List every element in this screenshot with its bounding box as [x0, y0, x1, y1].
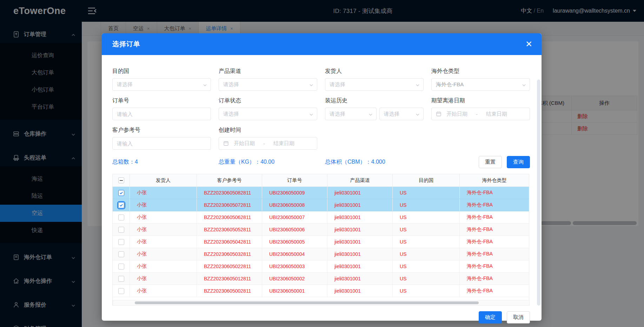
customer-ref-input-wrap: [112, 137, 211, 150]
warehouse-type-select[interactable]: 海外仓-FBA: [431, 78, 530, 91]
totals-row: 总箱数：4 总重量（KG）：40.00 总体积（CBM）：4.000 重置 查询: [112, 156, 530, 168]
row-checkbox[interactable]: [118, 288, 124, 294]
customer-ref-input[interactable]: [117, 141, 206, 147]
cell-shipper: 小张: [130, 260, 197, 272]
cell-warehouse-type: 海外仓-FBA: [460, 273, 529, 285]
total-weight-value: 40.00: [260, 159, 274, 165]
row-checkbox[interactable]: [118, 276, 124, 282]
table-row[interactable]: 小张 BZZ20230605022811 UBI2306050003 jieli…: [113, 260, 529, 273]
chevron-down-icon: [309, 82, 313, 87]
cell-dest-country: US: [393, 199, 460, 211]
field-label: 客户参考号: [112, 127, 211, 134]
field-customer-ref: 客户参考号: [112, 127, 211, 150]
table-row[interactable]: 小张 BZZ20230605072811 UBI2306050008 jieli…: [113, 199, 529, 211]
shipper-select[interactable]: 请选择: [325, 78, 424, 91]
total-volume: 总体积（CBM）：4.000: [325, 158, 424, 166]
order-status-select[interactable]: 请选择: [219, 108, 317, 120]
created-time-daterange-picker[interactable]: 开始日期 - 结束日期: [219, 137, 317, 150]
modal-title: 选择订单: [112, 40, 140, 49]
chevron-down-icon: [522, 82, 526, 87]
total-volume-label: 总体积（CBM）：: [325, 159, 371, 165]
field-created-time: 创建时间 开始日期 - 结束日期: [219, 127, 317, 150]
column-warehouse-type: 海外仓类型: [460, 174, 529, 186]
field-warehouse-type: 海外仓类型 海外仓-FBA: [431, 68, 530, 91]
column-shipper: 发货人: [130, 174, 197, 186]
select-placeholder: 请选择: [117, 81, 133, 88]
select-placeholder: 请选择: [330, 111, 345, 117]
start-date-placeholder: 开始日期: [446, 111, 467, 117]
select-placeholder: 请选择: [223, 81, 239, 88]
row-checkbox[interactable]: [118, 227, 124, 233]
cell-shipper: 小张: [130, 224, 197, 236]
row-checkbox[interactable]: [118, 202, 124, 208]
table-row[interactable]: 小张 BZZ20230605032811 UBI2306050004 jieli…: [113, 248, 529, 260]
row-checkbox-cell: [113, 236, 130, 248]
table-row[interactable]: 小张 BZZ20230605052811 UBI2306050006 jieli…: [113, 224, 529, 236]
row-checkbox[interactable]: [118, 264, 124, 270]
cell-dest-country: US: [393, 285, 460, 297]
cell-order-no: UBI2306050001: [262, 285, 327, 297]
etd-daterange-picker[interactable]: 开始日期 - 结束日期: [431, 108, 530, 120]
total-weight: 总重量（KG）：40.00: [219, 158, 317, 166]
partial-row: [113, 297, 529, 300]
cell-order-no: UBI2306050008: [262, 199, 327, 211]
row-checkbox-cell: [113, 211, 130, 223]
cell-shipper: 小张: [130, 285, 197, 297]
cell-product-channel: jieli0301001: [327, 187, 393, 199]
shipping-history-select-2[interactable]: 请选择: [379, 108, 424, 120]
cell-product-channel: jieli0301001: [327, 273, 393, 285]
product-channel-select[interactable]: 请选择: [219, 78, 317, 91]
cell-dest-country: US: [393, 211, 460, 223]
select-all-checkbox[interactable]: [118, 177, 124, 183]
total-boxes-label: 总箱数：: [112, 159, 135, 165]
cell-product-channel: jieli0301001: [327, 285, 393, 297]
table-row[interactable]: 小张 BZZ20230605002811 UBI2306050001 jieli…: [113, 285, 529, 297]
field-label: 创建时间: [219, 127, 317, 134]
row-checkbox[interactable]: [118, 190, 124, 196]
order-no-input[interactable]: [117, 111, 206, 117]
end-date-placeholder: 结束日期: [273, 140, 294, 147]
column-order-no: 订单号: [262, 174, 327, 186]
row-checkbox[interactable]: [118, 251, 124, 257]
cell-customer-ref: BZZ20230605052811: [197, 224, 262, 236]
table-horizontal-scrollbar: [113, 300, 530, 306]
cell-warehouse-type: 海外仓-FBA: [460, 199, 529, 211]
scrollbar-thumb[interactable]: [135, 301, 479, 304]
field-label: 期望离港日期: [431, 97, 530, 104]
table-row[interactable]: 小张 BZZ20230605042811 UBI2306050005 jieli…: [113, 236, 529, 248]
cell-customer-ref: BZZ20230605062811: [197, 211, 262, 223]
field-order-no: 订单号: [112, 97, 211, 120]
search-button[interactable]: 查询: [507, 156, 530, 168]
cell-product-channel: jieli0301001: [327, 211, 393, 223]
cell-warehouse-type: 海外仓-FBA: [460, 211, 529, 223]
cell-order-no: UBI2306050003: [262, 260, 327, 272]
start-date-placeholder: 开始日期: [234, 140, 255, 147]
select-placeholder: 请选择: [223, 111, 239, 117]
table-row[interactable]: 小张 BZZ20230605012811 UBI2306050002 jieli…: [113, 273, 529, 285]
row-checkbox-cell: [113, 285, 130, 297]
cell-warehouse-type: 海外仓-FBA: [460, 224, 529, 236]
shipping-history-select-1[interactable]: 请选择: [325, 108, 377, 120]
cancel-button[interactable]: 取消: [507, 311, 530, 323]
close-icon[interactable]: ✕: [525, 40, 532, 48]
modal-vertical-scrollbar[interactable]: [537, 80, 540, 306]
cell-customer-ref: BZZ20230605012811: [197, 273, 262, 285]
select-placeholder: 请选择: [330, 81, 345, 88]
total-volume-value: 4.000: [371, 159, 385, 165]
cell-order-no: UBI2306050004: [262, 248, 327, 260]
column-product-channel: 产品渠道: [327, 174, 393, 186]
cell-order-no: UBI2306050006: [262, 224, 327, 236]
column-customer-ref: 客户参考号: [197, 174, 262, 186]
cell-product-channel: jieli0301001: [327, 224, 393, 236]
row-checkbox[interactable]: [118, 239, 124, 245]
ok-button[interactable]: 确定: [479, 311, 502, 323]
table-row[interactable]: 小张 BZZ20230605082811 UBI2306050009 jieli…: [113, 187, 529, 199]
field-product-channel: 产品渠道 请选择: [219, 68, 317, 91]
row-checkbox[interactable]: [118, 214, 124, 220]
table-row[interactable]: 小张 BZZ20230605062811 UBI2306050007 jieli…: [113, 211, 529, 224]
reset-button[interactable]: 重置: [479, 156, 502, 168]
dest-country-select[interactable]: 请选择: [112, 78, 211, 91]
cell-shipper: 小张: [130, 187, 197, 199]
modal-footer: 确定 取消: [112, 311, 530, 323]
order-table-header: 发货人 客户参考号 订单号 产品渠道 目的国 海外仓类型: [113, 174, 529, 187]
